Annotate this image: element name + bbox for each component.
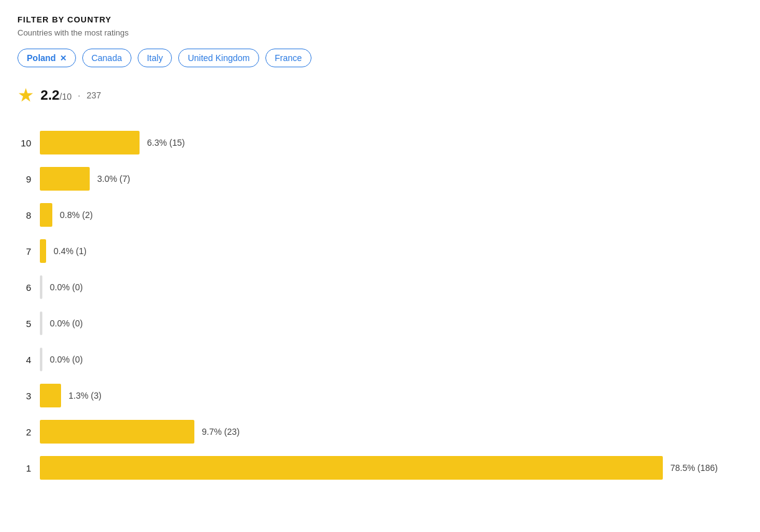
bar-area: 9.7% (23) [40, 420, 743, 444]
chart-row: 50.0% (0) [17, 305, 743, 341]
bar-row-label: 4 [17, 354, 31, 365]
country-chip-italy[interactable]: Italy [138, 49, 173, 67]
bar-row-label: 3 [17, 391, 31, 401]
bar-label: 78.5% (186) [670, 463, 718, 473]
bar-row-label: 10 [17, 138, 31, 148]
bar-track [40, 275, 42, 299]
bar-area: 78.5% (186) [40, 456, 743, 480]
bar-track [40, 348, 42, 371]
chart-row: 178.5% (186) [17, 450, 743, 486]
rating-score: 2.2/10 [40, 87, 72, 103]
bar-track [40, 203, 52, 227]
bar-label: 6.3% (15) [147, 138, 185, 148]
bar-fill [40, 420, 194, 444]
bar-track [40, 456, 663, 480]
rating-count: 237 [87, 90, 101, 100]
country-filter-row: Poland✕CanadaItalyUnited KingdomFrance [17, 49, 743, 67]
chart-row: 29.7% (23) [17, 414, 743, 450]
chart-row: 70.4% (1) [17, 233, 743, 269]
bar-fill [40, 167, 90, 191]
bar-track [40, 384, 61, 407]
bar-fill [40, 239, 46, 263]
bar-label: 0.0% (0) [50, 354, 83, 364]
bar-label: 0.0% (0) [50, 282, 83, 292]
bar-label: 0.0% (0) [50, 318, 83, 328]
bar-row-label: 9 [17, 174, 31, 184]
remove-filter-icon[interactable]: ✕ [60, 54, 67, 63]
bar-row-label: 7 [17, 246, 31, 257]
bar-area: 6.3% (15) [40, 131, 743, 154]
bar-fill [40, 348, 42, 371]
bar-track [40, 239, 46, 263]
bar-row-label: 5 [17, 318, 31, 329]
bar-track [40, 131, 140, 154]
bar-area: 0.0% (0) [40, 311, 743, 335]
rating-summary: ★ 2.2/10 · 237 [17, 86, 743, 105]
bar-label: 9.7% (23) [202, 427, 240, 437]
bar-area: 1.3% (3) [40, 384, 743, 407]
chart-row: 80.8% (2) [17, 197, 743, 233]
bar-row-label: 6 [17, 282, 31, 293]
bar-area: 3.0% (7) [40, 167, 743, 191]
chart-row: 60.0% (0) [17, 269, 743, 305]
filter-section-title: FILTER BY COUNTRY [17, 15, 743, 24]
bar-track [40, 420, 194, 444]
bar-area: 0.4% (1) [40, 239, 743, 263]
bar-label: 3.0% (7) [97, 174, 130, 184]
bar-fill [40, 311, 42, 335]
country-chip-poland[interactable]: Poland✕ [17, 49, 76, 67]
bar-label: 0.4% (1) [54, 246, 87, 256]
ratings-chart: 106.3% (15)93.0% (7)80.8% (2)70.4% (1)60… [17, 125, 743, 486]
bar-label: 0.8% (2) [60, 210, 93, 220]
bar-fill [40, 384, 61, 407]
rating-dot: · [78, 90, 80, 100]
bar-area: 0.0% (0) [40, 348, 743, 371]
country-chip-united-kingdom[interactable]: United Kingdom [178, 49, 259, 67]
bar-area: 0.8% (2) [40, 203, 743, 227]
bar-fill [40, 203, 52, 227]
bar-track [40, 311, 42, 335]
chart-row: 93.0% (7) [17, 161, 743, 197]
chart-row: 40.0% (0) [17, 341, 743, 378]
star-icon: ★ [17, 86, 34, 105]
bar-fill [40, 131, 140, 154]
bar-label: 1.3% (3) [69, 391, 102, 401]
filter-subtitle: Countries with the most ratings [17, 28, 743, 37]
bar-track [40, 167, 90, 191]
bar-area: 0.0% (0) [40, 275, 743, 299]
chart-row: 31.3% (3) [17, 378, 743, 414]
chart-row: 106.3% (15) [17, 125, 743, 161]
country-chip-france[interactable]: France [265, 49, 311, 67]
bar-fill [40, 275, 42, 299]
bar-row-label: 1 [17, 463, 31, 473]
bar-row-label: 2 [17, 427, 31, 437]
bar-fill [40, 456, 663, 480]
bar-row-label: 8 [17, 210, 31, 221]
country-chip-canada[interactable]: Canada [82, 49, 131, 67]
